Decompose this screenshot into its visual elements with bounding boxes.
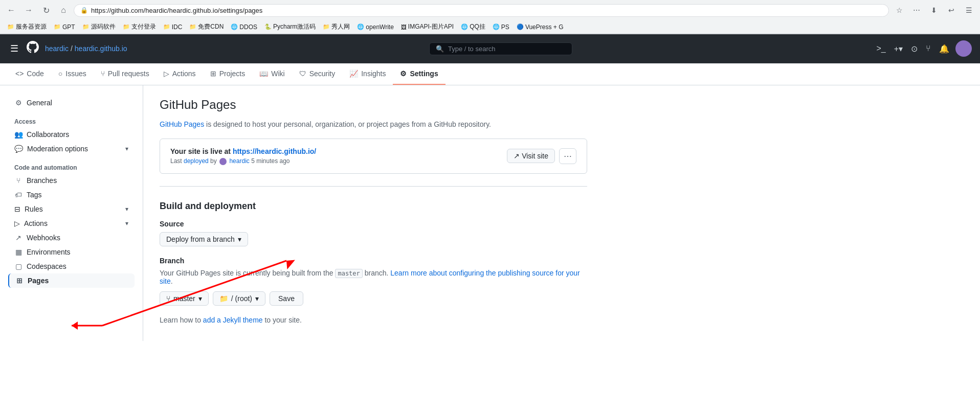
live-site-actions: ↗ Visit site ⋯: [507, 148, 576, 164]
sidebar-item-general[interactable]: ⚙ General: [8, 96, 135, 110]
globe-icon-4: 🌐: [493, 24, 500, 30]
wiki-icon: 📖: [259, 70, 268, 78]
bookmark-qq[interactable]: 🌐 QQ挂: [458, 21, 488, 32]
pages-icon: ⊞: [15, 277, 24, 285]
bookmark-openwrite[interactable]: 🌐 openWrite: [354, 22, 396, 32]
sidebar-item-branches[interactable]: ⑂ Branches: [8, 173, 135, 188]
pull-requests-icon[interactable]: ⑂: [924, 42, 933, 55]
visit-site-button[interactable]: ↗ Visit site: [507, 149, 555, 163]
chevron-down-icon: ▾: [125, 145, 128, 152]
home-button[interactable]: ⌂: [56, 3, 71, 17]
sidebar-item-rules[interactable]: ⊟ Rules ▾: [8, 202, 135, 216]
publishing-source-link[interactable]: Learn more about configuring the publish…: [390, 269, 553, 277]
bookmark-source[interactable]: 📁 源码软件: [79, 21, 119, 32]
live-site-info: Your site is live at https://heardic.git…: [170, 147, 316, 165]
back-button[interactable]: ←: [4, 3, 18, 17]
bookmark-idc[interactable]: 📁 IDC: [160, 22, 186, 32]
history-back-button[interactable]: ↩: [944, 3, 959, 17]
jekyll-theme-link[interactable]: add a Jekyll theme: [203, 316, 263, 324]
sidebar-item-webhooks[interactable]: ↗ Webhooks: [8, 231, 135, 245]
forward-button[interactable]: →: [21, 3, 36, 17]
nav-insights[interactable]: 📈 Insights: [342, 63, 393, 85]
bookmark-button[interactable]: ☆: [892, 3, 906, 17]
nav-settings[interactable]: ⚙ Settings: [393, 63, 445, 85]
nav-security[interactable]: 🛡 Security: [292, 63, 343, 85]
bookmark-imgapi[interactable]: 🖼 IMGAPI-图片API: [398, 21, 457, 32]
bookmark-pycharm[interactable]: 🐍 Pycharm激活码: [261, 21, 319, 32]
sidebar-item-moderation[interactable]: 💬 Moderation options ▾: [8, 142, 135, 156]
hamburger-menu-icon[interactable]: ☰: [8, 41, 20, 56]
user-link[interactable]: heardic: [229, 157, 249, 165]
learn-more-text: Learn how to add a Jekyll theme to your …: [160, 316, 587, 324]
sidebar-item-collaborators[interactable]: 👥 Collaborators: [8, 127, 135, 142]
header-left: ☰ heardic / heardic.github.io: [8, 41, 127, 56]
search-box[interactable]: 🔍 Type / to search: [429, 42, 572, 55]
bookmark-ddos[interactable]: 🌐 DDOS: [228, 22, 260, 32]
source-select[interactable]: Deploy from a branch ▾: [160, 232, 248, 246]
globe-icon: 🌐: [231, 24, 238, 30]
bookmark-ps[interactable]: 🌐 PS: [489, 22, 513, 32]
repo-owner-link[interactable]: heardic: [45, 44, 69, 53]
codespaces-icon: ▢: [14, 262, 23, 270]
folder-icon-5: 📁: [163, 24, 170, 30]
download-button[interactable]: ⬇: [927, 3, 941, 17]
source-label: Source: [160, 220, 587, 228]
page-title: GitHub Pages: [160, 98, 587, 112]
globe-icon-3: 🌐: [461, 24, 468, 30]
deployed-link[interactable]: deployed: [184, 157, 209, 165]
folder-icon-3: 📁: [82, 24, 90, 30]
user-avatar[interactable]: [955, 40, 972, 57]
plus-icon[interactable]: +▾: [892, 42, 905, 56]
github-pages-link[interactable]: GitHub Pages: [160, 120, 204, 128]
sidebar-item-codespaces[interactable]: ▢ Codespaces: [8, 259, 135, 273]
sidebar-item-tags[interactable]: 🏷 Tags: [8, 188, 135, 202]
repo-nav: <> Code ○ Issues ⑂ Pull requests ▷ Actio…: [0, 63, 980, 85]
collaborators-icon: 👥: [14, 130, 23, 139]
address-url: https://github.com/heardic/heardic.githu…: [91, 7, 262, 14]
bookmark-gpt[interactable]: 📁 GPT: [51, 22, 78, 32]
bookmark-server[interactable]: 📁 服务器资源: [4, 21, 50, 32]
terminal-icon[interactable]: >_: [874, 42, 887, 55]
issues-nav-icon: ○: [58, 70, 62, 78]
repo-name-link[interactable]: heardic.github.io: [75, 44, 127, 53]
issues-icon[interactable]: ⊙: [909, 42, 920, 56]
chevron-down-source-icon: ▾: [238, 235, 241, 243]
nav-actions[interactable]: ▷ Actions: [157, 63, 203, 85]
folder-icon-6: 📁: [189, 24, 196, 30]
rules-icon: ⊟: [14, 205, 20, 213]
bookmark-vuepress[interactable]: 🔵 VuePress + G: [514, 22, 567, 32]
root-folder-select[interactable]: 📁 / (root) ▾: [213, 291, 265, 306]
section-divider-1: [160, 186, 587, 187]
nav-wiki[interactable]: 📖 Wiki: [252, 63, 292, 85]
bookmark-cdn[interactable]: 📁 免费CDN: [186, 21, 227, 32]
more-options-button[interactable]: ⋯: [559, 148, 576, 164]
address-bar[interactable]: 🔒 https://github.com/heardic/heardic.git…: [74, 4, 889, 17]
bookmark-pay[interactable]: 📁 支付登录: [120, 21, 159, 32]
bookmark-xiuren[interactable]: 📁 秀人网: [320, 21, 353, 32]
save-button[interactable]: Save: [270, 291, 303, 306]
master-branch-select[interactable]: ⑂ master ▾: [160, 291, 209, 306]
header-search-area: 🔍 Type / to search: [133, 42, 868, 55]
nav-projects[interactable]: ⊞ Projects: [203, 63, 253, 85]
browser-menu-button[interactable]: ⋯: [909, 3, 924, 17]
sidebar-item-actions[interactable]: ▷ Actions ▾: [8, 216, 135, 231]
browser-settings-button[interactable]: ☰: [962, 3, 976, 17]
tags-icon: 🏷: [14, 191, 23, 199]
github-header: ☰ heardic / heardic.github.io 🔍 Type / t…: [0, 34, 980, 63]
source-value: Deploy from a branch: [166, 235, 235, 243]
notifications-icon[interactable]: 🔔: [937, 42, 951, 56]
nav-issues[interactable]: ○ Issues: [51, 63, 94, 85]
branch-label: Branch: [160, 257, 587, 265]
nav-code[interactable]: <> Code: [8, 63, 51, 85]
github-logo[interactable]: [27, 41, 39, 56]
live-site-url[interactable]: https://heardic.github.io/: [233, 147, 316, 155]
sidebar-item-environments[interactable]: ▦ Environments: [8, 245, 135, 259]
folder-icon-4: 📁: [123, 24, 130, 30]
live-site-meta: Last deployed by heardic 5 minutes ago: [170, 157, 316, 165]
insights-icon: 📈: [349, 70, 358, 78]
reload-button[interactable]: ↻: [39, 3, 53, 17]
sidebar-item-pages[interactable]: ⊞ Pages: [8, 273, 135, 288]
search-placeholder: Type / to search: [448, 45, 496, 53]
chevron-down-icon-2: ▾: [125, 205, 128, 213]
nav-pullrequests[interactable]: ⑂ Pull requests: [94, 63, 157, 85]
